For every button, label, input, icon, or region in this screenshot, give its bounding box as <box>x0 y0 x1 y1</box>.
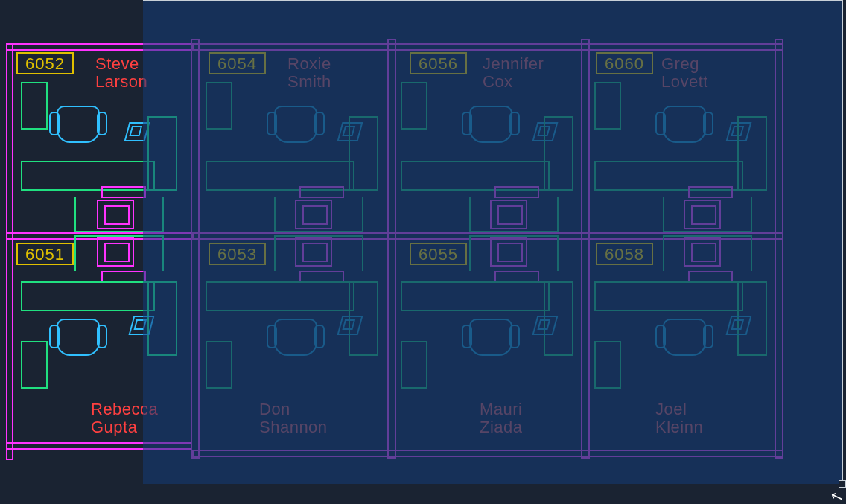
room-number-6058: 6058 <box>596 243 653 265</box>
cabinet <box>401 341 427 389</box>
first: Jennifer <box>483 54 544 73</box>
desk-upper <box>74 235 164 271</box>
desk-upper <box>663 235 752 271</box>
cabinet <box>594 82 621 130</box>
chair-icon <box>469 319 512 356</box>
desk <box>594 281 743 311</box>
desk <box>206 281 354 311</box>
last: Ziada <box>480 418 523 436</box>
cabinet <box>21 82 48 130</box>
desk-lower <box>274 197 363 232</box>
cabinet <box>594 341 621 389</box>
wall-top <box>6 43 192 51</box>
cursor-icon: ↖ <box>827 486 845 504</box>
occupant-6054: Roxie Smith <box>287 55 331 91</box>
last: Kleinn <box>655 418 703 436</box>
occupant-6052: Steve Larson <box>95 55 147 91</box>
desk-return <box>544 116 573 191</box>
last: Lovett <box>661 72 708 91</box>
first: Mauri <box>480 400 523 418</box>
chair-icon <box>57 319 100 356</box>
last: Cox <box>483 72 513 91</box>
cabinet <box>206 341 232 389</box>
desk <box>21 281 155 311</box>
desk-return <box>737 116 767 191</box>
desk-lower <box>469 197 559 232</box>
occupant-6055: Mauri Ziada <box>480 401 523 436</box>
phone-icon <box>124 122 150 141</box>
chair-icon <box>469 106 512 143</box>
room-number-6053: 6053 <box>209 243 266 265</box>
wall-top-long <box>192 43 783 51</box>
wall-bot-long <box>192 450 783 457</box>
cabinet <box>401 82 427 130</box>
desk-upper <box>469 235 559 271</box>
room-number-6055: 6055 <box>410 243 467 265</box>
cad-viewport[interactable]: 6052 Steve Larson 6051 Rebecca Gupta 605… <box>0 0 846 504</box>
chair-icon <box>663 319 706 356</box>
cabinet <box>21 341 48 389</box>
first: Roxie <box>287 54 331 73</box>
room-number-6052: 6052 <box>16 52 74 74</box>
wall-col3-left <box>387 39 396 459</box>
room-number-6054: 6054 <box>209 52 266 74</box>
wall-right <box>775 39 783 459</box>
occupant-6058: Joel Kleinn <box>655 401 703 436</box>
cubicle-6052: 6052 Steve Larson <box>0 37 194 231</box>
room-number-6060: 6060 <box>596 52 653 74</box>
last: Shannon <box>259 418 328 436</box>
desk-lower <box>74 197 164 232</box>
desk-return <box>147 116 177 191</box>
desk-lower <box>663 197 752 232</box>
first: Joel <box>655 400 687 418</box>
cabinet <box>206 82 232 130</box>
last: Smith <box>287 72 331 91</box>
last: Gupta <box>91 418 137 436</box>
first: Rebecca <box>91 400 158 418</box>
occupant-6060: Greg Lovett <box>661 55 708 91</box>
desk-upper <box>274 235 363 271</box>
last: Larson <box>95 72 147 91</box>
desk <box>401 281 550 311</box>
occupant-6053: Don Shannon <box>259 401 328 436</box>
wall-col2-left <box>191 39 200 459</box>
first: Don <box>259 400 290 418</box>
occupant-6056: Jennifer Cox <box>483 55 544 91</box>
room-number-6051: 6051 <box>16 243 74 265</box>
occupant-6051: Rebecca Gupta <box>91 401 158 436</box>
first: Greg <box>661 54 699 73</box>
selection-handle[interactable] <box>839 480 846 488</box>
chair-icon <box>57 106 100 143</box>
room-number-6056: 6056 <box>410 52 467 74</box>
desk-return <box>349 116 378 191</box>
wall-bottom <box>6 442 192 450</box>
chair-icon <box>274 319 317 356</box>
cubicle-6051: 6051 Rebecca Gupta <box>0 237 194 460</box>
chair-icon <box>663 106 706 143</box>
first: Steve <box>95 54 139 73</box>
chair-icon <box>274 106 317 143</box>
wall-col4-left <box>581 39 590 459</box>
